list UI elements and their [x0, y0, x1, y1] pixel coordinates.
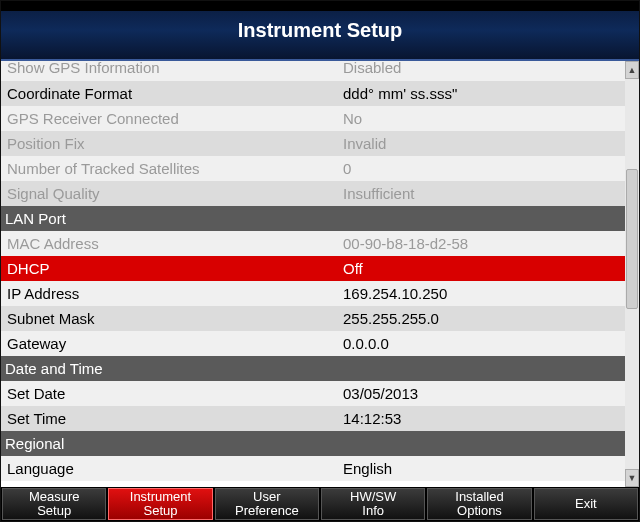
setting-row[interactable]: Subnet Mask255.255.255.0: [1, 306, 625, 331]
setting-row: GPS Receiver ConnectedNo: [1, 106, 625, 131]
setting-label: Show GPS Information: [1, 61, 339, 76]
scroll-up-icon[interactable]: ▲: [625, 61, 639, 79]
setting-label: IP Address: [1, 285, 339, 302]
setting-value: English: [339, 460, 625, 477]
setting-row[interactable]: DHCPOff: [1, 256, 625, 281]
setting-label: Language: [1, 460, 339, 477]
app-frame: Instrument Setup Show GPS InformationDis…: [0, 0, 640, 522]
setting-label: GPS Receiver Connected: [1, 110, 339, 127]
bottom-tabs: Measure SetupInstrument SetupUser Prefer…: [1, 487, 639, 521]
setting-value: Invalid: [339, 135, 625, 152]
setting-row[interactable]: Gateway0.0.0.0: [1, 331, 625, 356]
setting-row: Signal QualityInsufficient: [1, 181, 625, 206]
setting-value: Disabled: [339, 61, 625, 76]
settings-list: Show GPS InformationDisabledCoordinate F…: [1, 61, 625, 487]
setting-label: MAC Address: [1, 235, 339, 252]
tab-button[interactable]: User Preference: [215, 488, 319, 520]
setting-row: Number of Tracked Satellites0: [1, 156, 625, 181]
setting-label: Gateway: [1, 335, 339, 352]
page-title: Instrument Setup: [238, 19, 402, 42]
setting-value: 0: [339, 160, 625, 177]
setting-value: 14:12:53: [339, 410, 625, 427]
setting-value: Insufficient: [339, 185, 625, 202]
tab-button[interactable]: Exit: [534, 488, 638, 520]
setting-row: MAC Address00-90-b8-18-d2-58: [1, 231, 625, 256]
scrollbar[interactable]: ▲ ▼: [625, 61, 639, 487]
section-header: LAN Port: [1, 206, 625, 231]
tab-button[interactable]: Installed Options: [427, 488, 531, 520]
setting-value: Off: [339, 260, 625, 277]
setting-value: 00-90-b8-18-d2-58: [339, 235, 625, 252]
setting-label: Set Time: [1, 410, 339, 427]
setting-label: DHCP: [1, 260, 339, 277]
setting-value: No: [339, 110, 625, 127]
setting-label: Coordinate Format: [1, 85, 339, 102]
setting-label: Signal Quality: [1, 185, 339, 202]
setting-row: Show GPS InformationDisabled: [1, 61, 625, 81]
title-bar: Instrument Setup: [1, 1, 639, 61]
setting-row: Position FixInvalid: [1, 131, 625, 156]
setting-row[interactable]: Set Date03/05/2013: [1, 381, 625, 406]
setting-label: Subnet Mask: [1, 310, 339, 327]
setting-row[interactable]: IP Address169.254.10.250: [1, 281, 625, 306]
setting-value: 169.254.10.250: [339, 285, 625, 302]
tab-button[interactable]: HW/SW Info: [321, 488, 425, 520]
setting-value: 0.0.0.0: [339, 335, 625, 352]
setting-row[interactable]: Coordinate Formatddd° mm' ss.sss": [1, 81, 625, 106]
setting-label: Set Date: [1, 385, 339, 402]
section-header: Regional: [1, 431, 625, 456]
section-header: Date and Time: [1, 356, 625, 381]
scroll-down-icon[interactable]: ▼: [625, 469, 639, 487]
content-wrap: Show GPS InformationDisabledCoordinate F…: [1, 61, 639, 487]
setting-label: Number of Tracked Satellites: [1, 160, 339, 177]
tab-button[interactable]: Measure Setup: [2, 488, 106, 520]
tab-button[interactable]: Instrument Setup: [108, 488, 212, 520]
setting-value: ddd° mm' ss.sss": [339, 85, 625, 102]
setting-value: 255.255.255.0: [339, 310, 625, 327]
setting-label: Position Fix: [1, 135, 339, 152]
setting-row[interactable]: LanguageEnglish: [1, 456, 625, 481]
scroll-thumb[interactable]: [626, 169, 638, 309]
scroll-track[interactable]: [625, 79, 639, 469]
setting-value: 03/05/2013: [339, 385, 625, 402]
setting-row[interactable]: Set Time14:12:53: [1, 406, 625, 431]
